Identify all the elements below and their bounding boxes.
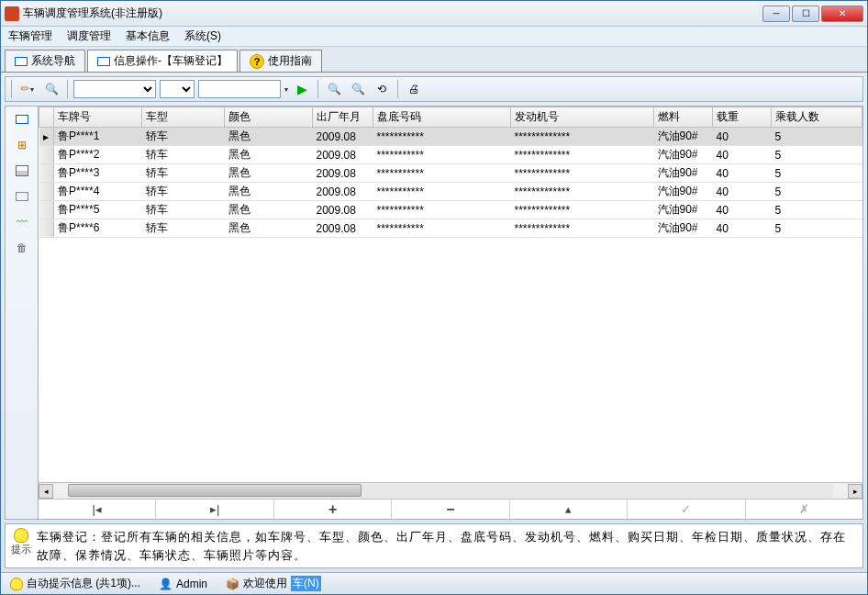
menu-dispatch[interactable]: 调度管理	[67, 28, 111, 44]
cell-color[interactable]: 黑色	[225, 164, 313, 183]
col-cap[interactable]: 乘载人数	[772, 107, 862, 128]
cell-type[interactable]: 轿车	[142, 219, 225, 238]
cell-load[interactable]: 40	[713, 219, 772, 238]
cell-engine[interactable]: *************	[511, 128, 654, 146]
minimize-button[interactable]: ─	[762, 6, 790, 22]
cell-chassis[interactable]: ***********	[373, 183, 511, 201]
sidebar-tree-icon[interactable]: ⊞	[13, 136, 31, 154]
nav-cancel-button[interactable]: ✗	[746, 500, 862, 519]
table-row[interactable]: ▸鲁P****1轿车黑色2009.08*********************…	[39, 128, 862, 146]
dropdown-icon[interactable]: ▾	[284, 85, 288, 94]
scroll-thumb[interactable]	[68, 484, 362, 497]
cell-color[interactable]: 黑色	[225, 128, 313, 146]
cell-plate[interactable]: 鲁P****6	[54, 219, 142, 238]
cell-load[interactable]: 40	[713, 183, 772, 201]
cell-plate[interactable]: 鲁P****3	[54, 164, 142, 183]
cell-chassis[interactable]: ***********	[373, 219, 511, 238]
tab-guide[interactable]: ? 使用指南	[239, 50, 322, 72]
table-row[interactable]: 鲁P****3轿车黑色2009.08**********************…	[39, 164, 862, 183]
table-row[interactable]: 鲁P****4轿车黑色2009.08**********************…	[39, 183, 862, 201]
table-row[interactable]: 鲁P****2轿车黑色2009.08**********************…	[39, 146, 862, 164]
cell-color[interactable]: 黑色	[225, 183, 313, 201]
nav-post-button[interactable]: ✓	[628, 500, 745, 519]
cell-fuel[interactable]: 汽油90#	[654, 164, 713, 183]
table-row[interactable]: 鲁P****6轿车黑色2009.08**********************…	[39, 219, 862, 238]
cell-type[interactable]: 轿车	[142, 128, 225, 146]
cell-load[interactable]: 40	[713, 201, 772, 219]
cell-date[interactable]: 2009.08	[313, 183, 373, 201]
cell-engine[interactable]: *************	[511, 164, 654, 183]
close-button[interactable]: ✕	[821, 6, 863, 22]
search2-button[interactable]: 🔍	[348, 79, 368, 99]
search-button[interactable]: 🔍	[324, 79, 344, 99]
cell-chassis[interactable]: ***********	[373, 128, 511, 146]
edit-button[interactable]: ✎▾	[17, 79, 38, 99]
cell-chassis[interactable]: ***********	[373, 146, 511, 164]
cell-type[interactable]: 轿车	[142, 201, 225, 219]
cell-engine[interactable]: *************	[511, 219, 654, 238]
refresh-button[interactable]: ⟲	[372, 79, 392, 99]
cell-type[interactable]: 轿车	[142, 146, 225, 164]
cell-cap[interactable]: 5	[772, 164, 862, 183]
scroll-track[interactable]	[68, 484, 833, 499]
data-grid[interactable]: 车牌号 车型 颜色 出厂年月 盘底号码 发动机号 燃料 载重 乘载人数 ▸鲁P*…	[39, 107, 862, 482]
table-row[interactable]: 鲁P****5轿车黑色2009.08**********************…	[39, 201, 862, 219]
nav-edit-button[interactable]: ▴	[510, 500, 628, 519]
col-fuel[interactable]: 燃料	[654, 107, 713, 128]
cell-load[interactable]: 40	[713, 128, 772, 146]
tab-nav[interactable]: 系统导航	[5, 50, 85, 72]
cell-fuel[interactable]: 汽油90#	[654, 219, 713, 238]
status-auto-hint[interactable]: 自动提示信息 (共1项)...	[5, 576, 146, 591]
cell-chassis[interactable]: ***********	[373, 201, 511, 219]
cell-engine[interactable]: *************	[511, 183, 654, 201]
col-date[interactable]: 出厂年月	[313, 107, 373, 128]
cell-cap[interactable]: 5	[772, 146, 862, 164]
filter-field-combo[interactable]	[73, 80, 156, 98]
cell-date[interactable]: 2009.08	[313, 219, 373, 238]
sidebar-card-icon[interactable]	[13, 187, 31, 206]
filter-op-combo[interactable]	[160, 80, 195, 98]
menu-vehicle[interactable]: 车辆管理	[8, 28, 52, 44]
col-color[interactable]: 颜色	[225, 107, 313, 128]
cell-plate[interactable]: 鲁P****4	[54, 183, 142, 201]
cell-color[interactable]: 黑色	[225, 219, 313, 238]
col-chassis[interactable]: 盘底号码	[373, 107, 511, 128]
menu-basic[interactable]: 基本信息	[126, 28, 170, 44]
scroll-right-button[interactable]: ▸	[848, 484, 862, 499]
cell-fuel[interactable]: 汽油90#	[654, 128, 713, 146]
cell-cap[interactable]: 5	[772, 128, 862, 146]
tab-info-op[interactable]: 信息操作-【车辆登记】	[87, 50, 238, 72]
nav-remove-button[interactable]: −	[392, 500, 509, 519]
maximize-button[interactable]: ☐	[792, 6, 819, 22]
horizontal-scrollbar[interactable]: ◂ ▸	[39, 482, 862, 499]
cell-engine[interactable]: *************	[511, 146, 654, 164]
cell-load[interactable]: 40	[713, 146, 772, 164]
cell-color[interactable]: 黑色	[225, 201, 313, 219]
scroll-left-button[interactable]: ◂	[39, 484, 53, 499]
cell-load[interactable]: 40	[713, 164, 772, 183]
cell-date[interactable]: 2009.08	[313, 201, 373, 219]
col-type[interactable]: 车型	[142, 107, 225, 128]
menu-system[interactable]: 系统(S)	[184, 28, 221, 44]
cell-cap[interactable]: 5	[772, 201, 862, 219]
cell-plate[interactable]: 鲁P****5	[54, 201, 142, 219]
filter-value-input[interactable]	[198, 80, 281, 98]
cell-cap[interactable]: 5	[772, 219, 862, 238]
preview-button[interactable]: 🔍	[41, 79, 61, 99]
sidebar-chart-icon[interactable]: 〰	[13, 213, 31, 231]
cell-chassis[interactable]: ***********	[373, 164, 511, 183]
col-plate[interactable]: 车牌号	[54, 107, 142, 128]
sidebar-grid-icon[interactable]	[13, 110, 31, 129]
cell-fuel[interactable]: 汽油90#	[654, 201, 713, 219]
nav-add-button[interactable]: +	[274, 500, 392, 519]
col-engine[interactable]: 发动机号	[511, 107, 654, 128]
cell-type[interactable]: 轿车	[142, 164, 225, 183]
cell-plate[interactable]: 鲁P****1	[54, 128, 142, 146]
cell-plate[interactable]: 鲁P****2	[54, 146, 142, 164]
run-button[interactable]: ▶	[292, 79, 312, 99]
cell-engine[interactable]: *************	[511, 201, 654, 219]
col-load[interactable]: 载重	[713, 107, 772, 128]
cell-type[interactable]: 轿车	[142, 183, 225, 201]
cell-date[interactable]: 2009.08	[313, 146, 373, 164]
cell-fuel[interactable]: 汽油90#	[654, 146, 713, 164]
